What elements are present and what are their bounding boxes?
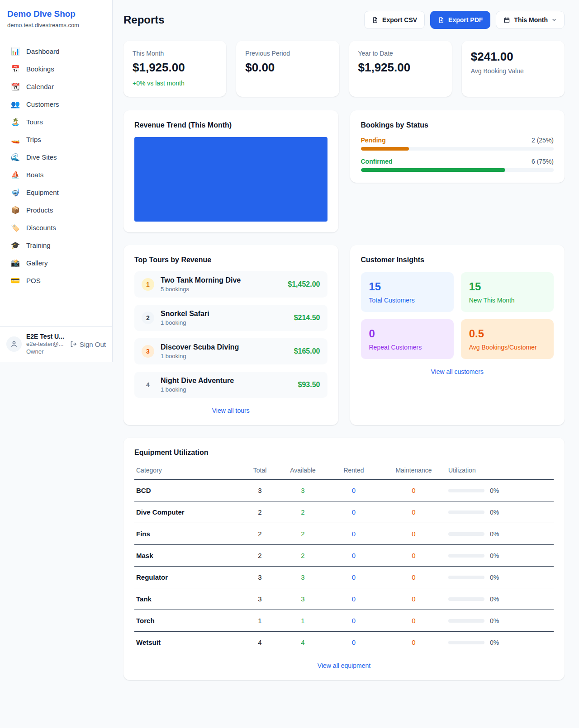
table-row: Dive Computer 2 2 0 0 0% — [134, 501, 554, 523]
shop-logo[interactable]: Demo Dive Shop demo.test.divestreams.com — [0, 0, 112, 36]
utilization-percent: 0% — [490, 487, 499, 494]
sidebar-item-dashboard[interactable]: 📊 Dashboard — [0, 43, 112, 60]
cell-utilization: 0% — [446, 610, 554, 632]
sidebar-item-label: Dive Sites — [26, 153, 57, 161]
cell-maintenance: 0 — [381, 545, 446, 567]
status-label: Confirmed — [361, 158, 393, 165]
avatar — [6, 336, 22, 352]
table-row: BCD 3 3 0 0 0% — [134, 480, 554, 501]
tour-row: 3 Discover Scuba Diving 1 booking $165.0… — [134, 338, 327, 364]
row-tours-insights: Top Tours by Revenue 1 Two Tank Morning … — [123, 245, 565, 425]
cell-rented: 0 — [327, 545, 381, 567]
insight-value: 15 — [369, 280, 446, 293]
cell-category: Fins — [134, 523, 241, 545]
view-all-customers-link[interactable]: View all customers — [361, 368, 554, 375]
utilization-percent: 0% — [490, 596, 499, 603]
cell-available: 1 — [279, 610, 327, 632]
file-download-icon — [372, 17, 379, 24]
sidebar-nav: 📊 Dashboard 📅 Bookings 📆 Calendar 👥 Cust… — [0, 36, 112, 326]
revenue-trend-card: Revenue Trend (This Month) — [123, 110, 338, 232]
stat-label: Year to Date — [358, 50, 443, 57]
stat-card-previous-period: Previous Period $0.00 — [236, 41, 339, 97]
sidebar-item-label: Calendar — [26, 83, 54, 90]
insight-value: 0 — [369, 327, 446, 340]
utilization-bar — [448, 554, 484, 558]
sidebar-item-boats[interactable]: ⛵ Boats — [0, 166, 112, 184]
insight-label: Total Customers — [369, 297, 446, 304]
calendar-pad-icon: 📆 — [11, 83, 20, 90]
sidebar-item-label: Bookings — [26, 65, 54, 73]
equipment-utilization-card: Equipment Utilization Category Total Ava… — [123, 438, 565, 680]
sidebar-item-customers[interactable]: 👥 Customers — [0, 95, 112, 113]
graduation-cap-icon: 🎓 — [11, 242, 20, 249]
sidebar-item-tours[interactable]: 🏝️ Tours — [0, 113, 112, 131]
top-tours-card: Top Tours by Revenue 1 Two Tank Morning … — [123, 245, 338, 425]
tour-revenue: $165.00 — [294, 347, 320, 355]
status-row-confirmed: Confirmed 6 (75%) — [361, 158, 554, 172]
sidebar-item-label: Trips — [26, 136, 41, 143]
column-header-available: Available — [279, 462, 327, 480]
export-csv-button[interactable]: Export CSV — [364, 11, 425, 29]
utilization-percent: 0% — [490, 552, 499, 559]
insight-value: 15 — [469, 280, 546, 293]
utilization-percent: 0% — [490, 530, 499, 538]
tour-row: 1 Two Tank Morning Dive 5 bookings $1,45… — [134, 271, 327, 298]
tour-bookings: 1 booking — [161, 353, 239, 359]
sailboat-icon: ⛵ — [11, 171, 20, 179]
export-csv-label: Export CSV — [382, 16, 417, 24]
app-root: Demo Dive Shop demo.test.divestreams.com… — [0, 0, 579, 714]
insight-grid: 15 Total Customers 15 New This Month 0 R… — [361, 272, 554, 359]
export-pdf-button[interactable]: Export PDF — [430, 11, 490, 29]
cell-available: 3 — [279, 567, 327, 588]
sidebar-item-bookings[interactable]: 📅 Bookings — [0, 60, 112, 78]
header-actions: Export CSV Export PDF This Month — [364, 11, 565, 29]
utilization-bar — [448, 489, 484, 492]
chevron-down-icon — [551, 17, 557, 23]
insight-tile-total-customers: 15 Total Customers — [361, 272, 454, 312]
status-bar-track — [361, 168, 554, 172]
cell-rented: 0 — [327, 523, 381, 545]
stat-label: Previous Period — [245, 50, 330, 57]
cell-rented: 0 — [327, 588, 381, 610]
sidebar-item-dive-sites[interactable]: 🌊 Dive Sites — [0, 148, 112, 166]
sidebar-item-products[interactable]: 📦 Products — [0, 201, 112, 219]
stat-card-year-to-date: Year to Date $1,925.00 — [349, 41, 452, 97]
stat-label: Avg Booking Value — [471, 67, 555, 75]
sidebar-item-equipment[interactable]: 🤿 Equipment — [0, 184, 112, 201]
tour-name: Night Dive Adventure — [161, 377, 234, 385]
stat-card-this-month: This Month $1,925.00 +0% vs last month — [123, 41, 226, 97]
calendar-icon — [503, 17, 510, 24]
sign-out-button[interactable]: Sign Out — [70, 340, 106, 348]
bar-chart-icon: 📊 — [11, 48, 20, 55]
rank-badge: 3 — [142, 345, 154, 358]
sidebar-item-gallery[interactable]: 📸 Gallery — [0, 254, 112, 272]
sidebar-item-label: Tours — [26, 118, 43, 126]
sidebar-item-pos[interactable]: 💳 POS — [0, 272, 112, 289]
utilization-bar — [448, 511, 484, 514]
sidebar-item-discounts[interactable]: 🏷️ Discounts — [0, 219, 112, 236]
cell-available: 2 — [279, 545, 327, 567]
insight-tile-new-this-month: 15 New This Month — [461, 272, 554, 312]
status-label: Pending — [361, 137, 386, 144]
wave-icon: 🌊 — [11, 154, 20, 161]
sidebar-item-trips[interactable]: 🚤 Trips — [0, 131, 112, 148]
period-dropdown[interactable]: This Month — [496, 11, 565, 29]
cell-maintenance: 0 — [381, 567, 446, 588]
sidebar-item-training[interactable]: 🎓 Training — [0, 236, 112, 254]
credit-card-icon: 💳 — [11, 277, 20, 284]
sidebar-item-calendar[interactable]: 📆 Calendar — [0, 78, 112, 95]
cell-available: 3 — [279, 588, 327, 610]
equipment-table: Category Total Available Rented Maintena… — [134, 462, 554, 653]
cell-maintenance: 0 — [381, 632, 446, 653]
insight-label: Repeat Customers — [369, 344, 446, 351]
cell-utilization: 0% — [446, 545, 554, 567]
cell-total: 3 — [241, 480, 279, 501]
cell-utilization: 0% — [446, 523, 554, 545]
shop-name: Demo Dive Shop — [7, 9, 101, 19]
utilization-bar — [448, 597, 484, 601]
view-all-equipment-link[interactable]: View all equipment — [134, 662, 554, 669]
table-row: Tank 3 3 0 0 0% — [134, 588, 554, 610]
view-all-tours-link[interactable]: View all tours — [134, 407, 327, 414]
tour-row: 2 Snorkel Safari 1 booking $214.50 — [134, 305, 327, 331]
cell-available: 4 — [279, 632, 327, 653]
